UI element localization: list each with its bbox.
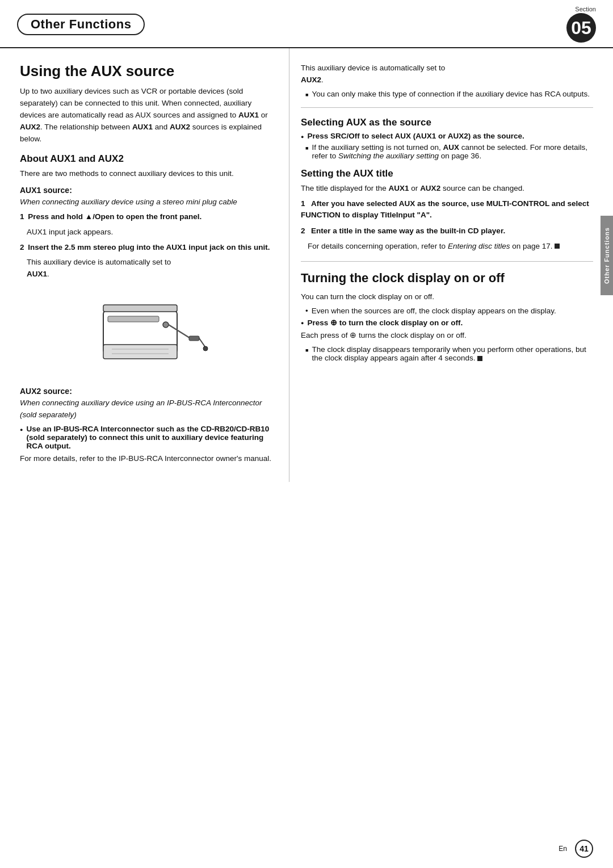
clock-press-icon: ● — [301, 320, 304, 326]
aux2-title: AUX2 source: — [20, 387, 278, 396]
divider2 — [301, 261, 593, 262]
side-tab: Other Functions — [601, 216, 613, 295]
svg-point-9 — [203, 346, 208, 351]
aux2-bullet-text: Use an IP-BUS-RCA Interconnector such as… — [26, 425, 278, 450]
setting-intro: The title displayed for the AUX1 or AUX2… — [301, 183, 593, 195]
svg-rect-7 — [189, 336, 199, 341]
aux1-step2-note: This auxiliary device is automatically s… — [20, 257, 278, 280]
left-column: Using the AUX source Up to two auxiliary… — [0, 48, 289, 482]
select-note-text: If the auxiliary setting is not turned o… — [312, 143, 593, 160]
setting-step2-note: For details concerning operation, refer … — [301, 241, 593, 253]
setting-step1-text: After you have selected AUX as the sourc… — [301, 199, 589, 219]
select-note: ■ If the auxiliary setting is not turned… — [301, 143, 593, 160]
aux1-step1-note: AUX1 input jack appears. — [20, 227, 278, 238]
aux1-auto-set: AUX1 — [27, 270, 47, 278]
aux1-step1-num: 1 — [20, 212, 24, 221]
setting-step1-num: 1 — [301, 199, 305, 208]
setting-title: Setting the AUX title — [301, 168, 593, 179]
end-marker — [555, 244, 560, 249]
end-marker2 — [477, 356, 482, 361]
svg-rect-10 — [103, 305, 177, 312]
page-content: Using the AUX source Up to two auxiliary… — [0, 48, 613, 482]
aux2-auto-bold: AUX2 — [301, 76, 321, 84]
clock-title: Turning the clock display on or off — [301, 271, 593, 286]
clock-bullet1-text: Even when the sources are off, the clock… — [312, 307, 556, 315]
intro-text: Up to two auxiliary devices such as VCR … — [20, 86, 278, 145]
aux1-subtitle: When connecting auxiliary device using a… — [20, 196, 278, 208]
main-title: Using the AUX source — [20, 62, 278, 80]
dash-icon: • — [305, 307, 308, 315]
header: Other Functions Section 05 — [0, 0, 613, 48]
footer-lang: En — [559, 845, 567, 853]
header-section: Section 05 — [566, 6, 596, 43]
page-number: 41 — [575, 840, 593, 858]
select-note-icon: ■ — [305, 145, 308, 151]
header-title: Other Functions — [17, 14, 145, 35]
aux2-subtitle: When connecting auxiliary device using a… — [20, 397, 278, 421]
right-column: This auxiliary device is automatically s… — [289, 48, 613, 482]
setting-step1: 1 After you have selected AUX as the sou… — [301, 198, 593, 221]
clock-note1: Each press of ⊕ turns the clock display … — [301, 330, 593, 342]
clock-note2-icon: ■ — [305, 347, 308, 353]
about-text: There are two methods to connect auxilia… — [20, 168, 278, 180]
aux1-step2: 2 Insert the 2.5 mm stereo plug into the… — [20, 242, 278, 253]
bullet-circle-icon: ● — [20, 427, 23, 433]
svg-rect-4 — [108, 316, 159, 322]
clock-note2-text: The clock display disappears temporarily… — [312, 345, 593, 362]
section-label: Section — [575, 6, 596, 12]
clock-note2: ■ The clock display disappears temporari… — [301, 345, 593, 362]
aux1-step2-text: Insert the 2.5 mm stereo plug into the A… — [28, 243, 270, 251]
aux1-device-svg — [86, 293, 211, 373]
select-bullet: ● Press SRC/Off to select AUX (AUX1 or A… — [301, 132, 593, 140]
square-bullet-icon: ■ — [305, 92, 308, 98]
section-number: 05 — [566, 13, 596, 43]
clock-press: ● Press ⊕ to turn the clock display on o… — [301, 318, 593, 327]
svg-point-5 — [163, 322, 169, 328]
clock-press-text: Press ⊕ to turn the clock display on or … — [307, 318, 463, 327]
select-bullet-text: Press SRC/Off to select AUX (AUX1 or AUX… — [307, 132, 524, 140]
setting-step2-text: Enter a title in the same way as the bui… — [309, 227, 505, 235]
aux2-rca-text: You can only make this type of connectio… — [312, 90, 590, 98]
svg-line-8 — [199, 338, 205, 347]
setting-step2: 2 Enter a title in the same way as the b… — [301, 225, 593, 237]
aux1-step2-num: 2 — [20, 243, 24, 251]
aux1-step1: 1 Press and hold ▲/Open to open the fron… — [20, 211, 278, 223]
select-bullet-icon: ● — [301, 134, 304, 140]
side-tab-label: Other Functions — [603, 227, 610, 284]
device-illustration — [20, 290, 278, 378]
aux1-title: AUX1 source: — [20, 186, 278, 195]
svg-line-6 — [169, 325, 191, 339]
divider — [301, 107, 593, 108]
aux2-bullet: ● Use an IP-BUS-RCA Interconnector such … — [20, 425, 278, 450]
setting-step2-num: 2 — [301, 227, 305, 235]
page-footer: En 41 — [559, 840, 593, 858]
select-title: Selecting AUX as the source — [301, 117, 593, 128]
aux2-auto-note: This auxiliary device is automatically s… — [301, 62, 593, 86]
aux1-step1-text: Press and hold ▲/Open to open the front … — [28, 212, 201, 221]
aux2-note-intro: For more details, refer to the IP-BUS-RC… — [20, 453, 278, 465]
svg-rect-1 — [103, 345, 177, 359]
clock-intro: You can turn the clock display on or off… — [301, 291, 593, 303]
clock-bullet1: • Even when the sources are off, the clo… — [301, 307, 593, 315]
about-title: About AUX1 and AUX2 — [20, 153, 278, 165]
aux2-rca-note: ■ You can only make this type of connect… — [301, 90, 593, 98]
